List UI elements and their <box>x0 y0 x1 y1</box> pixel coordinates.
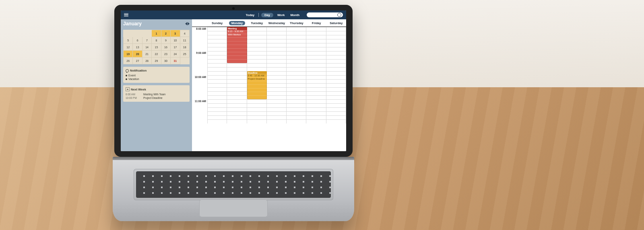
mini-cal-day[interactable]: 11 <box>180 37 189 44</box>
grid-cell[interactable] <box>287 111 306 115</box>
grid-cell[interactable] <box>247 43 267 47</box>
grid-cell[interactable] <box>207 27 227 31</box>
grid-cell[interactable] <box>207 43 227 47</box>
mini-cal-day[interactable]: 16 <box>161 44 170 51</box>
grid-cell[interactable] <box>227 119 247 123</box>
grid-cell[interactable] <box>287 51 306 55</box>
grid-cell[interactable] <box>306 95 326 99</box>
grid-cell[interactable] <box>207 79 227 83</box>
mini-cal-day[interactable]: 22 <box>152 51 161 58</box>
grid-cell[interactable] <box>267 95 287 99</box>
mini-calendar[interactable]: 1234567891011121314151617181920212223242… <box>123 30 190 64</box>
grid-cell[interactable] <box>306 39 326 43</box>
grid-cell[interactable] <box>326 31 346 35</box>
grid-cell[interactable] <box>207 119 227 123</box>
mini-cal-day[interactable]: 2 <box>161 30 170 37</box>
mini-cal-day[interactable]: 5 <box>124 37 133 44</box>
mini-cal-day[interactable]: 31 <box>171 58 180 64</box>
grid-cell[interactable] <box>207 111 227 115</box>
grid-cell[interactable] <box>207 35 227 39</box>
grid-cell[interactable] <box>227 95 247 99</box>
grid-cell[interactable] <box>267 27 287 31</box>
view-work[interactable]: Work <box>276 13 287 17</box>
grid-cell[interactable] <box>287 87 306 91</box>
grid-cell[interactable] <box>247 111 267 115</box>
grid-cell[interactable] <box>326 71 346 75</box>
grid-cell[interactable] <box>326 75 346 79</box>
grid-cell[interactable] <box>306 31 326 35</box>
mini-cal-day[interactable]: 9 <box>161 37 170 44</box>
grid-cell[interactable] <box>267 51 287 55</box>
grid-cell[interactable] <box>326 27 346 31</box>
grid-cell[interactable] <box>227 91 247 95</box>
grid-cell[interactable] <box>227 71 247 75</box>
grid-cell[interactable] <box>287 107 306 111</box>
mini-cal-day[interactable]: 29 <box>152 58 161 64</box>
grid-cell[interactable] <box>326 107 346 111</box>
grid-cell[interactable] <box>207 63 227 67</box>
mini-cal-day[interactable]: 24 <box>171 51 180 58</box>
weekday-thursday[interactable]: Thursday <box>287 21 306 25</box>
mini-cal-day[interactable]: 13 <box>133 44 142 51</box>
mini-cal-day[interactable]: 7 <box>142 37 151 44</box>
event-ev-meeting[interactable]: Meeting8:15 - 9:30 AM · With Markus <box>227 27 247 63</box>
mini-cal-day[interactable]: 18 <box>180 44 189 51</box>
grid-cell[interactable] <box>247 39 267 43</box>
grid-cell[interactable] <box>267 67 287 71</box>
weekday-friday[interactable]: Friday <box>306 21 326 25</box>
grid-cell[interactable] <box>326 51 346 55</box>
grid-cell[interactable] <box>267 71 287 75</box>
grid-cell[interactable] <box>227 79 247 83</box>
grid-cell[interactable] <box>306 51 326 55</box>
grid-cell[interactable] <box>207 71 227 75</box>
grid-cell[interactable] <box>306 91 326 95</box>
mini-cal-day[interactable]: 30 <box>161 58 170 64</box>
grid-cell[interactable] <box>227 103 247 107</box>
grid-cell[interactable] <box>207 83 227 87</box>
grid-cell[interactable] <box>227 115 247 119</box>
mini-cal-day[interactable]: 23 <box>161 51 170 58</box>
grid-cell[interactable] <box>207 31 227 35</box>
mini-cal-day[interactable]: 12 <box>124 44 133 51</box>
grid-cell[interactable] <box>207 99 227 103</box>
grid-cell[interactable] <box>247 107 267 111</box>
grid-cell[interactable] <box>326 111 346 115</box>
grid-cell[interactable] <box>267 91 287 95</box>
grid-cell[interactable] <box>326 115 346 119</box>
grid-cell[interactable] <box>207 51 227 55</box>
prev-month-icon[interactable] <box>185 22 187 25</box>
notification-item[interactable]: Event <box>126 74 187 77</box>
grid-cell[interactable] <box>227 83 247 87</box>
grid-cell[interactable] <box>247 119 267 123</box>
grid-cell[interactable] <box>326 59 346 63</box>
mini-cal-day[interactable]: 20 <box>133 51 142 58</box>
grid-cell[interactable] <box>247 99 267 103</box>
mini-cal-day[interactable]: 17 <box>171 44 180 51</box>
mini-cal-day[interactable]: 27 <box>133 58 142 64</box>
grid-cell[interactable] <box>306 119 326 123</box>
grid-cell[interactable] <box>247 103 267 107</box>
grid-cell[interactable] <box>326 99 346 103</box>
grid-cell[interactable] <box>227 87 247 91</box>
grid-cell[interactable] <box>287 71 306 75</box>
grid-cell[interactable] <box>247 47 267 51</box>
grid-cell[interactable] <box>287 59 306 63</box>
grid-cell[interactable] <box>306 43 326 47</box>
mini-cal-day[interactable]: 15 <box>152 44 161 51</box>
grid-cell[interactable] <box>326 95 346 99</box>
grid-cell[interactable] <box>247 67 267 71</box>
grid-cell[interactable] <box>287 47 306 51</box>
grid-cell[interactable] <box>267 59 287 63</box>
grid-cell[interactable] <box>247 59 267 63</box>
grid-cell[interactable] <box>326 91 346 95</box>
grid-cell[interactable] <box>247 115 267 119</box>
grid-cell[interactable] <box>267 83 287 87</box>
grid-cell[interactable] <box>207 55 227 59</box>
grid-cell[interactable] <box>306 99 326 103</box>
grid-cell[interactable] <box>227 111 247 115</box>
grid-cell[interactable] <box>306 107 326 111</box>
grid-cell[interactable] <box>267 103 287 107</box>
grid-cell[interactable] <box>306 115 326 119</box>
grid-cell[interactable] <box>287 79 306 83</box>
grid-cell[interactable] <box>306 71 326 75</box>
